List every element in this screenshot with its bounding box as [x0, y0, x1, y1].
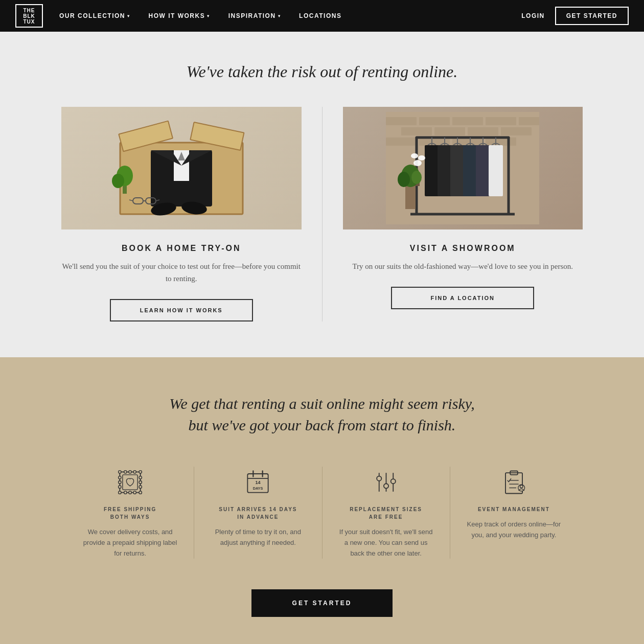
card-image-suit-box — [61, 107, 302, 229]
feature-replacement: REPLACEMENT SIZESARE FREE If your suit d… — [323, 467, 450, 559]
svg-point-86 — [384, 484, 388, 488]
svg-point-57 — [411, 153, 418, 158]
svg-point-94 — [520, 485, 523, 488]
svg-rect-27 — [434, 127, 465, 135]
svg-point-63 — [133, 470, 136, 473]
nav-inspiration[interactable]: INSPIRATION ▾ — [228, 12, 281, 19]
svg-point-55 — [413, 160, 422, 166]
navigation: THEBLKTUX OUR COLLECTION ▾ HOW IT WORKS … — [0, 0, 644, 32]
svg-point-14 — [112, 174, 124, 188]
svg-point-71 — [139, 485, 142, 488]
feature-advance-delivery: 14 DAYS SUIT ARRIVES 14 DAYSIN ADVANCE P… — [194, 467, 322, 559]
svg-point-72 — [139, 491, 142, 494]
guarantee-section: We get that renting a suit online might … — [0, 357, 644, 644]
svg-point-56 — [418, 155, 425, 160]
cards-row: BOOK A HOME TRY-ON We'll send you the su… — [41, 107, 603, 321]
svg-rect-44 — [425, 145, 439, 196]
nav-how-it-works[interactable]: HOW IT WORKS ▾ — [149, 12, 210, 19]
card-title-showroom: VISIT A SHOWROOM — [343, 244, 583, 253]
chevron-down-icon: ▾ — [278, 14, 281, 18]
svg-point-74 — [129, 491, 132, 494]
svg-point-53 — [398, 172, 410, 187]
card-image-suit-rack — [343, 107, 583, 229]
card-desc-showroom: Try on our suits the old-fashioned way—w… — [343, 260, 583, 272]
svg-rect-50 — [405, 183, 416, 209]
login-link[interactable]: LOGIN — [521, 12, 545, 19]
feature-event-management: EVENT MANAGEMENT Keep track of orders on… — [450, 467, 578, 559]
svg-point-73 — [124, 491, 127, 494]
svg-point-65 — [119, 476, 122, 479]
svg-text:DAYS: DAYS — [253, 486, 263, 491]
calendar-14-days-icon: 14 DAYS — [243, 467, 273, 497]
svg-point-69 — [139, 476, 142, 479]
svg-rect-46 — [450, 145, 465, 196]
learn-how-it-works-button[interactable]: LEARN HOW IT WORKS — [110, 299, 253, 321]
logo-text: THEBLKTUX — [23, 8, 35, 25]
svg-point-87 — [390, 479, 395, 484]
feature-name-advance: SUIT ARRIVES 14 DAYSIN ADVANCE — [210, 505, 306, 521]
svg-point-60 — [119, 470, 122, 473]
svg-rect-59 — [123, 474, 137, 489]
feature-name-event: EVENT MANAGEMENT — [466, 505, 562, 513]
feature-desc-event: Keep track of orders online—for you, and… — [466, 519, 562, 541]
card-home-tryon: BOOK A HOME TRY-ON We'll send you the su… — [41, 107, 323, 321]
svg-rect-23 — [452, 117, 483, 125]
svg-point-85 — [377, 476, 381, 480]
svg-point-62 — [129, 470, 132, 473]
svg-rect-30 — [386, 137, 417, 146]
svg-rect-28 — [468, 127, 498, 135]
svg-rect-26 — [401, 127, 432, 135]
svg-rect-47 — [463, 145, 477, 196]
find-location-button[interactable]: FIND A LOCATION — [391, 287, 534, 309]
nav-label: HOW IT WORKS — [149, 12, 205, 19]
get-started-button[interactable]: GET STARTED — [251, 589, 393, 617]
card-showroom: VISIT A SHOWROOM Try on our suits the ol… — [323, 107, 604, 321]
svg-point-66 — [119, 480, 122, 484]
feature-desc-shipping: We cover delivery costs, and provide a p… — [82, 527, 178, 559]
nav-our-collection[interactable]: OUR COLLECTION ▾ — [59, 12, 130, 19]
svg-point-54 — [411, 171, 422, 184]
svg-rect-22 — [419, 117, 450, 125]
svg-point-70 — [139, 480, 142, 484]
card-desc-home-tryon: We'll send you the suit of your choice t… — [61, 260, 302, 285]
feature-name-shipping: FREE SHIPPINGBOTH WAYS — [82, 505, 178, 521]
svg-text:14: 14 — [256, 480, 261, 485]
suit-box-illustration — [105, 112, 258, 224]
showroom-illustration — [386, 112, 539, 224]
nav-links: OUR COLLECTION ▾ HOW IT WORKS ▾ INSPIRAT… — [59, 12, 521, 19]
feature-desc-replacement: If your suit doesn't fit, we'll send a n… — [338, 527, 434, 559]
logo[interactable]: THEBLKTUX — [15, 4, 43, 28]
feature-free-shipping: FREE SHIPPINGBOTH WAYS We cover delivery… — [66, 467, 194, 559]
nav-label: OUR COLLECTION — [59, 12, 125, 19]
svg-rect-24 — [486, 117, 516, 125]
guarantee-title: We get that renting a suit online might … — [164, 393, 480, 436]
hero-title: We've taken the risk out of renting onli… — [20, 62, 624, 81]
svg-rect-21 — [386, 117, 417, 125]
svg-point-61 — [124, 470, 127, 473]
svg-rect-25 — [519, 117, 539, 125]
features-row: FREE SHIPPINGBOTH WAYS We cover delivery… — [66, 467, 578, 559]
chevron-down-icon: ▾ — [207, 14, 210, 18]
svg-point-75 — [133, 491, 136, 494]
feature-name-replacement: REPLACEMENT SIZESARE FREE — [338, 505, 434, 521]
nav-label: INSPIRATION — [228, 12, 276, 19]
free-shipping-icon — [115, 467, 146, 497]
sliders-icon — [371, 467, 401, 497]
card-title-home-tryon: BOOK A HOME TRY-ON — [61, 244, 302, 253]
get-started-button[interactable]: GET STARTED — [555, 7, 629, 25]
svg-point-68 — [119, 491, 122, 494]
svg-rect-48 — [476, 145, 490, 196]
nav-right: LOGIN GET STARTED — [521, 7, 629, 25]
svg-rect-29 — [501, 127, 532, 135]
nav-locations[interactable]: LOCATIONS — [299, 12, 341, 19]
svg-rect-45 — [438, 145, 452, 196]
feature-desc-advance: Plenty of time to try it on, and adjust … — [210, 527, 306, 548]
svg-rect-49 — [489, 145, 503, 196]
hero-section: We've taken the risk out of renting onli… — [0, 32, 644, 357]
svg-point-67 — [119, 485, 122, 488]
event-management-icon — [498, 467, 529, 497]
nav-label: LOCATIONS — [299, 12, 341, 19]
chevron-down-icon: ▾ — [127, 14, 130, 18]
svg-point-64 — [139, 470, 142, 473]
